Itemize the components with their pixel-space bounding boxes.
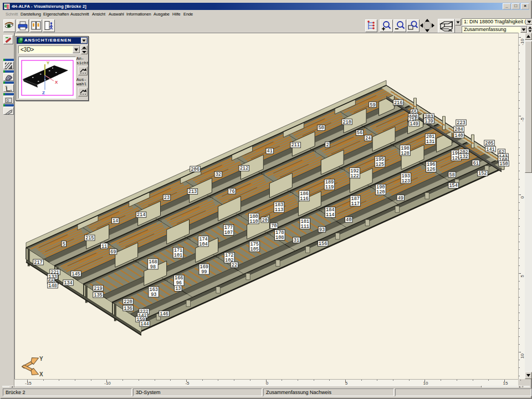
- svg-text:a: a: [10, 89, 12, 92]
- svg-text:31: 31: [294, 238, 299, 243]
- svg-text:49: 49: [398, 196, 403, 201]
- svg-text:146: 146: [160, 311, 168, 317]
- svg-text:56: 56: [357, 130, 362, 136]
- svg-text:114: 114: [326, 212, 334, 218]
- svg-text:58: 58: [449, 172, 455, 178]
- svg-text:Y: Y: [47, 60, 50, 65]
- svg-text:219: 219: [94, 286, 102, 291]
- svg-text:119: 119: [325, 185, 334, 190]
- svg-text:156: 156: [319, 241, 327, 247]
- svg-text:Y: Y: [39, 356, 43, 362]
- svg-text:0: 0: [7, 99, 9, 103]
- svg-text:93: 93: [151, 292, 156, 298]
- svg-text:134: 134: [64, 280, 72, 286]
- svg-text:96: 96: [176, 280, 182, 286]
- svg-text:145: 145: [71, 272, 80, 277]
- svg-text:206: 206: [191, 167, 199, 172]
- svg-text:69: 69: [110, 249, 116, 255]
- svg-text:Z: Z: [42, 90, 45, 95]
- svg-text:5: 5: [63, 242, 65, 247]
- svg-text:22: 22: [232, 263, 237, 268]
- svg-text:41: 41: [267, 149, 273, 154]
- svg-text:93: 93: [319, 227, 325, 233]
- svg-text:107: 107: [224, 230, 233, 236]
- svg-text:144: 144: [140, 321, 149, 327]
- svg-text:13: 13: [175, 286, 181, 291]
- svg-text:113: 113: [275, 207, 283, 213]
- svg-text:111: 111: [301, 224, 309, 229]
- svg-text:125: 125: [376, 162, 384, 167]
- svg-text:210: 210: [342, 120, 351, 125]
- svg-text:X: X: [55, 80, 58, 85]
- svg-text:32: 32: [216, 172, 221, 177]
- svg-text:116: 116: [300, 196, 308, 202]
- svg-text:98: 98: [150, 264, 156, 270]
- svg-text:120: 120: [376, 190, 385, 195]
- svg-text:223: 223: [457, 120, 465, 126]
- svg-text:217: 217: [34, 260, 42, 265]
- svg-text:152: 152: [478, 171, 487, 176]
- svg-text:136: 136: [124, 306, 132, 311]
- svg-text:99: 99: [201, 269, 207, 275]
- svg-text:148: 148: [48, 283, 57, 289]
- svg-text:214: 214: [137, 212, 145, 218]
- svg-text:123: 123: [402, 178, 410, 184]
- svg-text:213: 213: [188, 189, 197, 195]
- svg-text:122: 122: [350, 173, 359, 179]
- svg-text:104: 104: [199, 242, 207, 247]
- svg-text:23: 23: [164, 195, 170, 201]
- svg-text:24: 24: [365, 136, 371, 141]
- svg-text:141: 141: [486, 147, 494, 152]
- svg-text:61: 61: [473, 161, 479, 166]
- svg-text:205: 205: [485, 141, 493, 146]
- svg-text:2: 2: [326, 142, 329, 148]
- svg-text:139: 139: [424, 119, 433, 124]
- svg-text:20: 20: [262, 218, 268, 223]
- svg-text:59: 59: [370, 103, 375, 108]
- svg-text:14: 14: [112, 218, 118, 224]
- svg-text:40: 40: [346, 217, 351, 223]
- svg-text:215: 215: [85, 236, 94, 241]
- svg-text:50: 50: [318, 125, 324, 131]
- svg-text:212: 212: [240, 166, 248, 171]
- svg-text:149: 149: [410, 121, 418, 127]
- svg-text:110: 110: [249, 219, 258, 224]
- svg-text:70: 70: [271, 223, 277, 229]
- svg-text:140: 140: [454, 133, 463, 139]
- svg-text:216: 216: [394, 100, 402, 106]
- svg-text:154: 154: [449, 183, 457, 188]
- svg-text:126: 126: [427, 167, 435, 172]
- svg-text:131: 131: [426, 139, 434, 145]
- svg-text:76: 76: [229, 189, 234, 195]
- svg-text:150: 150: [499, 161, 508, 167]
- svg-text:101: 101: [174, 253, 182, 258]
- svg-text:108: 108: [275, 235, 284, 241]
- svg-text:11: 11: [101, 244, 107, 249]
- svg-text:211: 211: [291, 142, 299, 148]
- svg-text:117: 117: [351, 201, 360, 207]
- svg-text:220: 220: [124, 299, 132, 305]
- svg-text:105: 105: [250, 247, 259, 252]
- svg-text:132: 132: [459, 154, 468, 160]
- svg-text:128: 128: [401, 151, 409, 156]
- svg-text:X: X: [39, 371, 43, 377]
- svg-text:204: 204: [454, 127, 463, 132]
- svg-text:135: 135: [94, 293, 102, 298]
